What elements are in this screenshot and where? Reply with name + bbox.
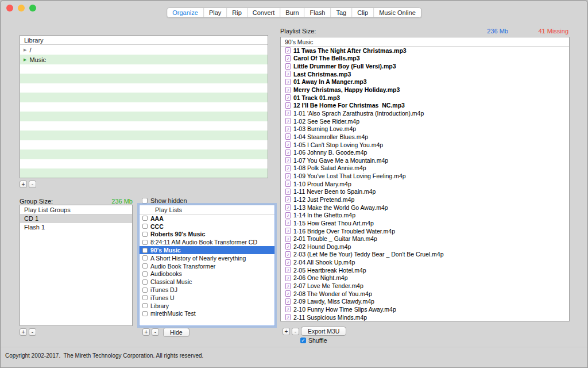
groups-remove-button[interactable]: -	[29, 328, 36, 336]
track-row[interactable]: ♪Merry Christmas, Happy Holiday.mp3	[281, 86, 569, 94]
playlist-row[interactable]: Audio Book Transformer	[140, 262, 274, 270]
track-row[interactable]: ♪2-03 (Let Me Be Your) Teddy Bear _ Don'…	[281, 251, 569, 259]
track-name: 1-03 Burning Love.m4p	[293, 125, 356, 132]
audio-file-icon: ♪	[285, 196, 291, 202]
track-row[interactable]: ♪1-12 Just Pretend.m4p	[281, 195, 569, 204]
playlist-label: Audio Book Transformer	[150, 263, 215, 270]
track-row[interactable]: ♪2-05 Heartbreak Hotel.m4p	[281, 266, 569, 274]
track-row[interactable]: ♪1-02 See See Rider.m4p	[281, 117, 569, 125]
shuffle-control: ✓ Shuffle	[300, 337, 327, 344]
track-row[interactable]: ♪1-13 Make the World Go Away.m4p	[281, 204, 569, 212]
hide-button[interactable]: Hide	[163, 328, 189, 337]
track-row[interactable]: ♪1-08 Polk Salad Annie.m4p	[281, 164, 569, 172]
playlist-group-row[interactable]: Flash 1	[20, 223, 132, 232]
audio-file-icon: ♪	[285, 259, 291, 266]
track-row[interactable]: ♪2-08 The Wonder of You.m4p	[281, 290, 569, 298]
tab-organize[interactable]: Organize	[167, 8, 204, 17]
tab-rip[interactable]: Rip	[227, 8, 247, 17]
close-window-button[interactable]	[6, 5, 13, 12]
playlists-remove-button[interactable]: -	[152, 328, 159, 336]
track-row[interactable]: ♪1-15 How Great Thou Art.m4p	[281, 219, 569, 227]
playlist-row[interactable]: mirethMusic Test	[140, 310, 274, 318]
track-row[interactable]: ♪1-03 Burning Love.m4p	[281, 125, 569, 133]
library-list: ▶/▶Music	[20, 45, 268, 178]
zoom-window-button[interactable]	[29, 5, 36, 12]
playlist-row[interactable]: Roberts 90's Music	[140, 231, 274, 239]
track-row[interactable]: ♪1-10 Proud Mary.m4p	[281, 180, 569, 188]
track-row[interactable]: ♪2-09 Lawdy, Miss Clawdy.m4p	[281, 298, 569, 306]
playlist-checkbox[interactable]	[142, 295, 148, 300]
tab-clip[interactable]: Clip	[352, 8, 374, 17]
track-row[interactable]: ♪12 I'll Be Home For Christmas NC.mp3	[281, 101, 569, 109]
playlist-row[interactable]: Classical Music	[140, 278, 274, 286]
track-row[interactable]: ♪1-11 Never Been to Spain.m4p	[281, 188, 569, 196]
tracks-remove-button[interactable]: -	[292, 328, 299, 335]
track-row[interactable]: ♪Carol Of The Bells.mp3	[281, 55, 569, 63]
track-row[interactable]: ♪01 Away In A Manger.mp3	[281, 78, 569, 86]
playlist-label: mirethMusic Test	[150, 310, 196, 317]
tab-burn[interactable]: Burn	[280, 8, 304, 17]
tab-tag[interactable]: Tag	[331, 8, 352, 17]
track-row[interactable]: ♪2-02 Hound Dog.m4p	[281, 243, 569, 251]
track-row[interactable]: ♪1-16 Bridge Over Troubled Water.m4p	[281, 227, 569, 235]
track-row[interactable]: ♪2-10 Funny How Time Slips Away.m4p	[281, 305, 569, 313]
playlist-checkbox[interactable]	[142, 224, 148, 229]
tab-play[interactable]: Play	[204, 8, 227, 17]
playlist-checkbox[interactable]	[142, 303, 148, 308]
tab-flash[interactable]: Flash	[305, 8, 331, 17]
playlist-row[interactable]: Library	[140, 302, 274, 310]
track-row[interactable]: ♪2-07 Love Me Tender.m4p	[281, 282, 569, 290]
disclosure-triangle-icon[interactable]: ▶	[24, 48, 26, 52]
track-row[interactable]: ♪2-04 All Shook Up.m4p	[281, 258, 569, 266]
shuffle-checkbox[interactable]: ✓	[300, 338, 306, 343]
playlist-checkbox[interactable]	[142, 216, 148, 221]
library-remove-button[interactable]: -	[29, 181, 36, 188]
playlist-row[interactable]: AAA	[140, 214, 274, 223]
playlist-checkbox[interactable]	[142, 255, 148, 260]
tracks-add-button[interactable]: +	[283, 328, 290, 335]
playlist-row[interactable]: 8:24:11 AM Audio Book Transformer CD	[140, 238, 274, 246]
playlist-checkbox[interactable]	[142, 263, 148, 269]
track-row[interactable]: ♪2-06 One Night.m4p	[281, 274, 569, 282]
library-row[interactable]: ▶Music	[20, 55, 268, 65]
track-row[interactable]: ♪2-01 Trouble _ Guitar Man.m4p	[281, 235, 569, 243]
playlist-label: CCC	[150, 223, 164, 230]
playlist-group-row[interactable]: CD 1	[20, 214, 132, 223]
track-row[interactable]: ♪1-05 I Can't Stop Loving You.m4p	[281, 141, 569, 149]
track-row[interactable]: ♪1-07 You Gave Me a Mountain.m4p	[281, 156, 569, 164]
track-row[interactable]: ♪1-06 Johnny B. Goode.m4p	[281, 148, 569, 156]
playlist-row[interactable]: iTunes U	[140, 294, 274, 302]
minimize-window-button[interactable]	[18, 5, 25, 12]
playlist-row[interactable]: iTunes DJ	[140, 286, 274, 294]
track-row[interactable]: ♪Last Christmas.mp3	[281, 70, 569, 78]
playlist-row[interactable]: 90's Music	[140, 246, 274, 254]
playlist-checkbox[interactable]	[142, 288, 148, 293]
playlist-checkbox[interactable]	[142, 311, 148, 316]
track-row[interactable]: ♪1-14 In the Ghetto.m4p	[281, 211, 569, 219]
track-row[interactable]: ♪2-11 Suspicious Minds.m4p	[281, 313, 569, 321]
track-row[interactable]: ♪01 Track 01.mp3	[281, 94, 569, 102]
playlist-checkbox[interactable]	[142, 271, 148, 277]
tab-convert[interactable]: Convert	[247, 8, 281, 17]
tab-music-online[interactable]: Music Online	[374, 8, 421, 17]
playlist-checkbox[interactable]	[142, 248, 148, 253]
track-row[interactable]: ♪11 Twas The Night After Christmas.mp3	[281, 47, 569, 55]
export-m3u-button[interactable]: Export M3U	[301, 327, 346, 336]
track-row[interactable]: ♪1-01 'Also Sprach Zarathustra (Introduc…	[281, 109, 569, 117]
playlist-checkbox[interactable]	[142, 232, 148, 237]
library-add-button[interactable]: +	[20, 181, 27, 188]
playlist-checkbox[interactable]	[142, 240, 148, 245]
show-hidden-checkbox[interactable]	[142, 198, 148, 204]
playlists-add-button[interactable]: +	[142, 328, 150, 336]
playlist-row[interactable]: A Short History of Nearly everything	[140, 254, 274, 262]
groups-add-button[interactable]: +	[20, 328, 27, 336]
playlist-checkbox[interactable]	[142, 279, 148, 285]
track-row[interactable]: ♪1-09 You've Lost That Loving Feeling.m4…	[281, 172, 569, 180]
audio-file-icon: ♪	[285, 298, 291, 305]
disclosure-triangle-icon[interactable]: ▶	[24, 57, 26, 62]
track-row[interactable]: ♪Little Drummer Boy (Full Versi).mp3	[281, 62, 569, 70]
playlist-row[interactable]: CCC	[140, 223, 274, 231]
library-row[interactable]: ▶/	[20, 45, 268, 55]
track-row[interactable]: ♪1-04 Steamroller Blues.m4p	[281, 133, 569, 141]
playlist-row[interactable]: Audiobooks	[140, 270, 274, 278]
